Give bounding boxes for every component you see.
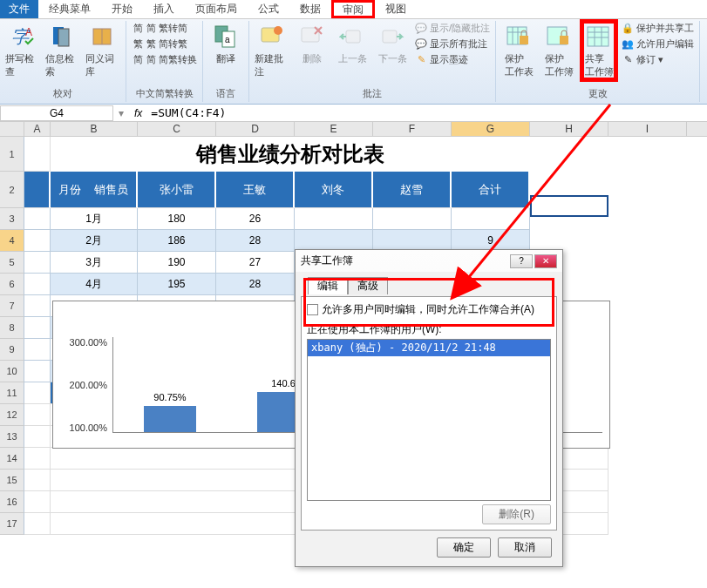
table-header[interactable]: 刘冬 bbox=[295, 172, 373, 208]
ok-button[interactable]: 确定 bbox=[437, 537, 491, 558]
dialog-tab-edit[interactable]: 编辑 bbox=[308, 277, 348, 294]
cell[interactable] bbox=[24, 491, 51, 513]
cell[interactable] bbox=[24, 361, 51, 382]
namebox-dropdown-icon[interactable]: ▾ bbox=[113, 107, 129, 119]
tab-view[interactable]: 视图 bbox=[375, 0, 417, 18]
simp-trad-button[interactable]: 简简 简繁转换 bbox=[130, 52, 199, 67]
row-header[interactable]: 5 bbox=[0, 252, 24, 274]
new-comment-button[interactable]: 新建批注 bbox=[253, 21, 291, 80]
cell[interactable] bbox=[24, 230, 51, 252]
thesaurus-button[interactable]: 同义词库 bbox=[84, 21, 122, 80]
tab-classic[interactable]: 经典菜单 bbox=[38, 0, 101, 18]
table-header[interactable]: 合计 bbox=[452, 172, 530, 208]
dialog-close-button[interactable]: ✕ bbox=[534, 254, 557, 268]
tab-layout[interactable]: 页面布局 bbox=[185, 0, 248, 18]
row-header[interactable]: 4 bbox=[0, 230, 24, 252]
cell[interactable]: 180 bbox=[138, 208, 216, 230]
cell[interactable] bbox=[24, 426, 51, 448]
row-header[interactable]: 7 bbox=[0, 295, 24, 317]
cell[interactable] bbox=[24, 295, 51, 317]
tab-insert[interactable]: 插入 bbox=[143, 0, 185, 18]
col-header[interactable]: I bbox=[608, 122, 687, 136]
row-header[interactable]: 11 bbox=[0, 382, 24, 404]
show-ink-button[interactable]: ✎显示墨迹 bbox=[413, 52, 492, 67]
col-header[interactable]: C bbox=[138, 122, 216, 136]
cell[interactable]: 4月 bbox=[51, 274, 138, 295]
row-header[interactable]: 15 bbox=[0, 470, 24, 491]
cell[interactable]: 190 bbox=[138, 252, 216, 274]
cell[interactable]: 28 bbox=[216, 274, 295, 295]
allow-multi-edit-row[interactable]: 允许多用户同时编辑，同时允许工作簿合并(A) bbox=[307, 302, 551, 317]
row-header[interactable]: 10 bbox=[0, 361, 24, 382]
user-list[interactable]: xbany (独占) - 2020/11/2 21:48 bbox=[307, 339, 551, 501]
row-header[interactable]: 16 bbox=[0, 491, 24, 513]
row-header[interactable]: 17 bbox=[0, 513, 24, 535]
row-header[interactable]: 2 bbox=[0, 172, 24, 208]
simp-to-trad-button[interactable]: 简简 繁转简 bbox=[130, 21, 199, 36]
cell[interactable] bbox=[295, 208, 373, 230]
cell[interactable] bbox=[24, 513, 51, 535]
formula-input[interactable]: =SUM(C4:F4) bbox=[147, 105, 707, 120]
user-list-item[interactable]: xbany (独占) - 2020/11/2 21:48 bbox=[308, 340, 550, 356]
row-header[interactable]: 12 bbox=[0, 404, 24, 426]
next-comment-button[interactable]: 下一条 bbox=[373, 21, 411, 67]
delete-comment-button[interactable]: 删除 bbox=[293, 21, 331, 67]
dialog-tab-advanced[interactable]: 高级 bbox=[348, 277, 388, 294]
protect-book-button[interactable]: 保护 工作簿 bbox=[540, 21, 578, 80]
translate-button[interactable]: a 翻译 bbox=[207, 21, 245, 67]
cell[interactable] bbox=[24, 404, 51, 426]
col-header[interactable]: F bbox=[373, 122, 452, 136]
col-header[interactable]: B bbox=[51, 122, 138, 136]
tab-formula[interactable]: 公式 bbox=[248, 0, 289, 18]
cell[interactable] bbox=[24, 252, 51, 274]
cell[interactable] bbox=[24, 137, 51, 172]
allow-edit-button[interactable]: 👥允许用户编辑 bbox=[620, 37, 696, 51]
cell[interactable]: 26 bbox=[216, 208, 295, 230]
show-all-comments-button[interactable]: 💬显示所有批注 bbox=[413, 37, 492, 51]
cell[interactable] bbox=[24, 172, 51, 208]
dialog-titlebar[interactable]: 共享工作簿 ? ✕ bbox=[296, 250, 562, 272]
row-header[interactable]: 13 bbox=[0, 426, 24, 448]
tab-home[interactable]: 开始 bbox=[101, 0, 143, 18]
cell[interactable]: 195 bbox=[138, 274, 216, 295]
cell[interactable] bbox=[24, 208, 51, 230]
cell[interactable] bbox=[24, 339, 51, 361]
cell[interactable] bbox=[24, 382, 51, 404]
track-changes-button[interactable]: ✎修订 ▾ bbox=[620, 52, 696, 67]
cell[interactable]: 27 bbox=[216, 252, 295, 274]
sheet-title[interactable]: 销售业绩分析对比表 bbox=[51, 137, 530, 172]
tab-file[interactable]: 文件 bbox=[0, 0, 38, 18]
checkbox[interactable] bbox=[307, 304, 318, 315]
select-all-corner[interactable] bbox=[0, 122, 24, 136]
row-header[interactable]: 9 bbox=[0, 339, 24, 361]
cell[interactable] bbox=[24, 317, 51, 339]
table-header[interactable]: 张小雷 bbox=[138, 172, 216, 208]
trad-to-simp-button[interactable]: 繁繁 简转繁 bbox=[130, 37, 199, 51]
prev-comment-button[interactable]: 上一条 bbox=[333, 21, 371, 67]
cell[interactable] bbox=[24, 448, 51, 470]
col-header[interactable]: H bbox=[530, 122, 608, 136]
name-box[interactable]: G4 bbox=[0, 105, 113, 121]
cancel-button[interactable]: 取消 bbox=[498, 537, 552, 558]
table-header[interactable]: 赵雪 bbox=[373, 172, 452, 208]
table-header[interactable]: 王敏 bbox=[216, 172, 295, 208]
table-header[interactable]: 月份 销售员 bbox=[51, 172, 138, 208]
dialog-help-button[interactable]: ? bbox=[510, 254, 533, 268]
cell[interactable] bbox=[24, 274, 51, 295]
cell[interactable] bbox=[373, 208, 452, 230]
row-header[interactable]: 8 bbox=[0, 317, 24, 339]
cell[interactable]: 1月 bbox=[51, 208, 138, 230]
tab-review[interactable]: 审阅 bbox=[331, 0, 375, 18]
col-header[interactable]: E bbox=[295, 122, 373, 136]
share-workbook-button[interactable]: 共享 工作簿 bbox=[580, 21, 618, 80]
protect-share-button[interactable]: 🔒保护并共享工 bbox=[620, 21, 696, 36]
cell[interactable] bbox=[452, 208, 530, 230]
row-header[interactable]: 1 bbox=[0, 137, 24, 172]
protect-sheet-button[interactable]: 保护 工作表 bbox=[500, 21, 538, 80]
col-header[interactable]: D bbox=[216, 122, 295, 136]
row-header[interactable]: 14 bbox=[0, 448, 24, 470]
col-header[interactable]: A bbox=[24, 122, 51, 136]
cell[interactable]: 186 bbox=[138, 230, 216, 252]
cell[interactable]: 2月 bbox=[51, 230, 138, 252]
cell[interactable] bbox=[24, 470, 51, 491]
